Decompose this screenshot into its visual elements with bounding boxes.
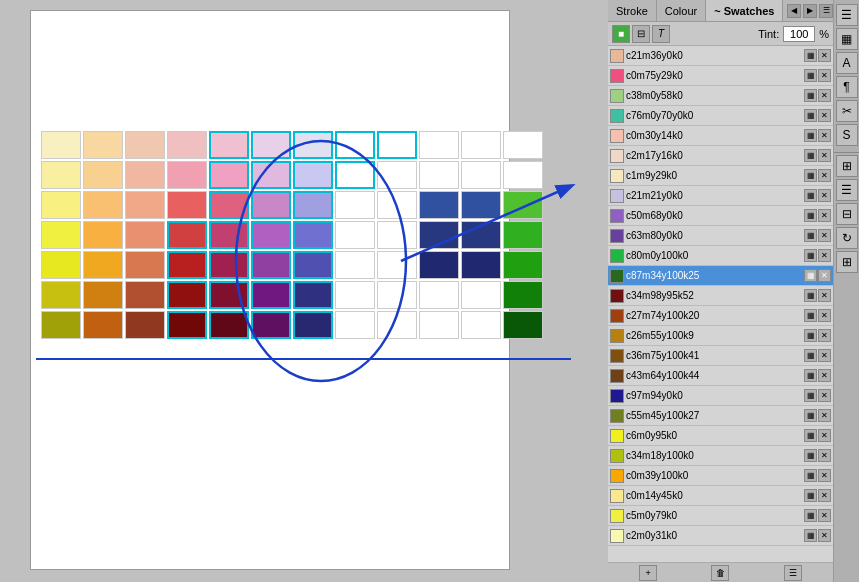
swatch-row[interactable]: c34m18y100k0▦✕ [608,446,833,466]
swatch-delete-icon[interactable]: ✕ [818,429,831,442]
swatch-delete-icon[interactable]: ✕ [818,509,831,522]
swatch-delete-icon[interactable]: ✕ [818,169,831,182]
swatch-delete-icon[interactable]: ✕ [818,209,831,222]
swatch-row[interactable]: c80m0y100k0▦✕ [608,246,833,266]
swatch-row[interactable]: c6m0y95k0▦✕ [608,426,833,446]
swatch-color-box [610,109,624,123]
swatch-row[interactable]: c55m45y100k27▦✕ [608,406,833,426]
delete-swatch-btn[interactable]: 🗑 [711,565,729,581]
tint-input[interactable] [783,26,815,42]
swatch-icons: ▦✕ [804,49,831,62]
swatch-row[interactable]: c21m36y0k0▦✕ [608,46,833,66]
swatch-row[interactable]: c2m0y31k0▦✕ [608,526,833,546]
text-icon[interactable]: T [652,25,670,43]
swatch-type-icon: ▦ [804,89,817,102]
swatch-row[interactable]: c38m0y58k0▦✕ [608,86,833,106]
new-swatch-btn[interactable]: + [639,565,657,581]
swatch-delete-icon[interactable]: ✕ [818,309,831,322]
swatch-delete-icon[interactable]: ✕ [818,189,831,202]
swatch-icons: ▦✕ [804,409,831,422]
swatch-row[interactable]: c34m98y95k52▦✕ [608,286,833,306]
sidebar-btn-10[interactable]: ↻ [836,227,858,249]
swatch-delete-icon[interactable]: ✕ [818,69,831,82]
tab-menu[interactable]: ☰ [819,4,833,18]
tab-colour[interactable]: Colour [657,0,706,21]
swatch-delete-icon[interactable]: ✕ [818,109,831,122]
swatch-delete-icon[interactable]: ✕ [818,149,831,162]
swatch-icons: ▦✕ [804,189,831,202]
swatch-delete-icon[interactable]: ✕ [818,229,831,242]
tab-arrow-left[interactable]: ◀ [787,4,801,18]
swatch-color-box [610,469,624,483]
swatch-delete-icon[interactable]: ✕ [818,449,831,462]
sidebar-btn-1[interactable]: ☰ [836,4,858,26]
swatch-icons: ▦✕ [804,109,831,122]
swatch-delete-icon[interactable]: ✕ [818,409,831,422]
sidebar-btn-11[interactable]: ⊞ [836,251,858,273]
sidebar-btn-4[interactable]: ¶ [836,76,858,98]
sidebar-btn-9[interactable]: ⊟ [836,203,858,225]
panel-bottom: + 🗑 ☰ [608,562,833,582]
swatch-name: c76m0y70y0k0 [626,110,802,121]
swatch-row[interactable]: c27m74y100k20▦✕ [608,306,833,326]
swatch-row[interactable]: c1m9y29k0▦✕ [608,166,833,186]
swatch-delete-icon[interactable]: ✕ [818,349,831,362]
swatch-color-box [610,409,624,423]
swatch-row[interactable]: c43m64y100k44▦✕ [608,366,833,386]
tab-stroke[interactable]: Stroke [608,0,657,21]
swatch-delete-icon[interactable]: ✕ [818,469,831,482]
format-icon[interactable]: ⊟ [632,25,650,43]
swatch-options-btn[interactable]: ☰ [784,565,802,581]
sidebar-btn-5[interactable]: ✂ [836,100,858,122]
swatch-type-icon: ▦ [804,309,817,322]
sidebar-btn-6[interactable]: S [836,124,858,146]
swatch-row[interactable]: c76m0y70y0k0▦✕ [608,106,833,126]
swatch-row[interactable]: c0m14y45k0▦✕ [608,486,833,506]
stroke-fill-icon[interactable]: ■ [612,25,630,43]
swatch-icons: ▦✕ [804,429,831,442]
tab-swatches[interactable]: ~ Swatches [706,0,783,21]
swatch-row[interactable]: c97m94y0k0▦✕ [608,386,833,406]
swatches-list[interactable]: c21m36y0k0▦✕c0m75y29k0▦✕c38m0y58k0▦✕c76m… [608,46,833,562]
swatch-delete-icon[interactable]: ✕ [818,529,831,542]
sidebar-btn-8[interactable]: ☰ [836,179,858,201]
swatch-delete-icon[interactable]: ✕ [818,269,831,282]
swatch-name: c55m45y100k27 [626,410,802,421]
swatch-type-icon: ▦ [804,149,817,162]
swatch-name: c21m21y0k0 [626,190,802,201]
swatch-name: c2m17y16k0 [626,150,802,161]
swatch-delete-icon[interactable]: ✕ [818,489,831,502]
swatch-delete-icon[interactable]: ✕ [818,369,831,382]
swatch-delete-icon[interactable]: ✕ [818,289,831,302]
tint-percent: % [819,28,829,40]
swatch-row[interactable]: c21m21y0k0▦✕ [608,186,833,206]
swatch-row[interactable]: c36m75y100k41▦✕ [608,346,833,366]
swatch-row[interactable]: c5m0y79k0▦✕ [608,506,833,526]
swatch-row[interactable]: c87m34y100k25▦✕ [608,266,833,286]
swatch-delete-icon[interactable]: ✕ [818,89,831,102]
swatch-color-box [610,249,624,263]
swatch-row[interactable]: c50m68y0k0▦✕ [608,206,833,226]
swatch-delete-icon[interactable]: ✕ [818,49,831,62]
swatch-row[interactable]: c0m75y29k0▦✕ [608,66,833,86]
swatch-row[interactable]: c0m39y100k0▦✕ [608,466,833,486]
swatch-delete-icon[interactable]: ✕ [818,329,831,342]
swatch-name: c6m0y95k0 [626,430,802,441]
swatch-row[interactable]: c63m80y0k0▦✕ [608,226,833,246]
swatch-type-icon: ▦ [804,289,817,302]
swatch-row[interactable]: c26m55y100k9▦✕ [608,326,833,346]
tab-arrow-right[interactable]: ▶ [803,4,817,18]
swatch-row[interactable]: c0m30y14k0▦✕ [608,126,833,146]
swatch-name: c63m80y0k0 [626,230,802,241]
swatch-color-box [610,209,624,223]
swatch-row[interactable]: c2m17y16k0▦✕ [608,146,833,166]
sidebar-btn-7[interactable]: ⊞ [836,155,858,177]
swatch-delete-icon[interactable]: ✕ [818,249,831,262]
sidebar-btn-3[interactable]: A [836,52,858,74]
panel-main: Stroke Colour ~ Swatches ◀ ▶ ☰ ■ ⊟ T Tin… [608,0,833,582]
swatch-delete-icon[interactable]: ✕ [818,129,831,142]
swatch-delete-icon[interactable]: ✕ [818,389,831,402]
swatch-icons: ▦✕ [804,389,831,402]
sidebar-btn-2[interactable]: ▦ [836,28,858,50]
swatch-type-icon: ▦ [804,449,817,462]
